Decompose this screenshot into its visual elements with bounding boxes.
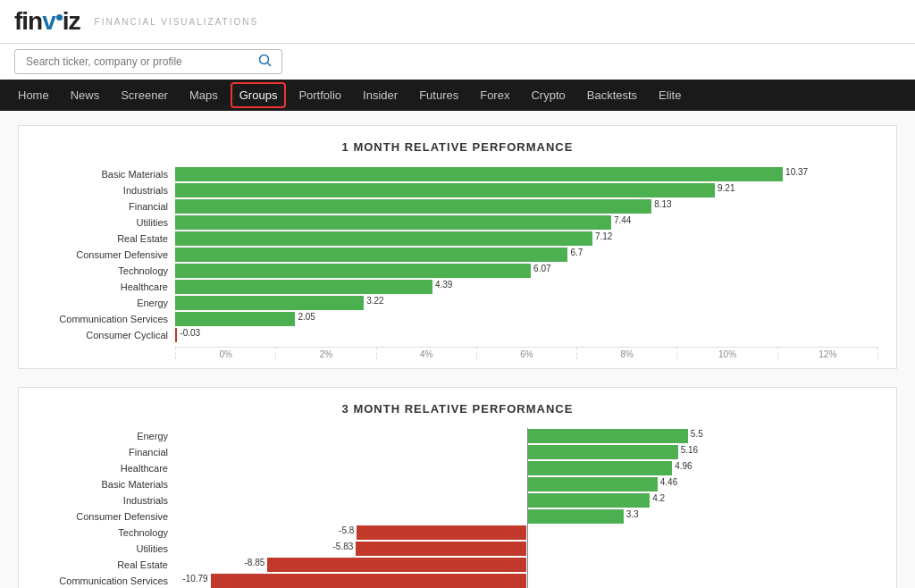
bar-row: Communication Services-10.79 — [37, 573, 878, 588]
bar-label: Utilities — [37, 217, 175, 228]
bar-value: 4.39 — [432, 280, 452, 290]
bar-row: Consumer Cyclical-0.03 — [37, 327, 878, 343]
search-button[interactable] — [258, 54, 273, 71]
nav-item-maps[interactable]: Maps — [179, 80, 229, 111]
bar-area: 5.5 — [175, 428, 878, 444]
zero-line — [527, 557, 528, 573]
bar-label: Utilities — [37, 543, 175, 554]
bar-value: 7.44 — [611, 215, 631, 225]
bar-area: 4.2 — [175, 492, 878, 508]
bar-label: Real Estate — [37, 233, 175, 244]
nav-item-screener[interactable]: Screener — [110, 80, 179, 111]
bar-label: Communication Services — [37, 575, 175, 586]
x-tick: 2% — [275, 348, 375, 359]
bar-value: 8.13 — [651, 199, 671, 209]
search-bar — [0, 44, 915, 80]
bar-area: 6.07 — [175, 263, 878, 279]
bar-label: Basic Materials — [37, 169, 175, 180]
zero-line — [527, 492, 528, 508]
bar-label: Real Estate — [37, 559, 175, 570]
logo[interactable]: finviz — [14, 7, 80, 36]
bar-label: Communication Services — [37, 314, 175, 324]
bar-row: Real Estate-8.85 — [37, 557, 878, 573]
bar-area: 3.3 — [175, 508, 878, 525]
nav-item-forex[interactable]: Forex — [469, 80, 520, 111]
bar-label: Consumer Cyclical — [37, 330, 175, 340]
bar-label: Industrials — [37, 495, 175, 506]
zero-line — [527, 476, 528, 492]
bar-row: Industrials9.21 — [37, 182, 878, 198]
nav-item-groups[interactable]: Groups — [229, 80, 289, 111]
chart1-body: Basic Materials10.37Industrials9.21Finan… — [37, 166, 878, 343]
bar-area: 4.39 — [175, 279, 878, 295]
svg-point-0 — [260, 55, 269, 64]
zero-line — [527, 541, 528, 557]
bar-value: 5.16 — [678, 445, 698, 455]
header: finviz FINANCIAL VISUALIZATIONS — [0, 0, 915, 44]
bar-area: -5.83 — [175, 541, 878, 557]
bar-label: Industrials — [37, 185, 175, 196]
logo-dot — [56, 14, 63, 21]
nav-item-elite[interactable]: Elite — [648, 80, 692, 111]
bar-label: Consumer Defensive — [37, 511, 175, 522]
bar-area: 4.96 — [175, 460, 878, 476]
search-input[interactable] — [14, 49, 282, 74]
bar-row: Technology-5.8 — [37, 525, 878, 541]
x-tick: 0% — [175, 348, 275, 359]
chart2-body: Energy5.5Financial5.16Healthcare4.96Basi… — [37, 428, 878, 588]
bar-label: Healthcare — [37, 463, 175, 474]
bar-row: Energy3.22 — [37, 295, 878, 311]
svg-line-1 — [268, 63, 272, 67]
bar-row: Financial5.16 — [37, 444, 878, 460]
nav-item-portfolio[interactable]: Portfolio — [288, 80, 352, 111]
nav-item-home[interactable]: Home — [7, 80, 60, 111]
nav-item-news[interactable]: News — [60, 80, 111, 111]
chart1-xaxis: 0%2%4%6%8%10%12% — [175, 347, 878, 359]
bar-area: 10.37 — [175, 166, 878, 182]
bar-label: Technology — [37, 265, 175, 276]
tagline: FINANCIAL VISUALIZATIONS — [95, 17, 259, 27]
bar-value: 4.96 — [672, 461, 692, 471]
bar-label: Technology — [37, 527, 175, 538]
bar-area: 3.22 — [175, 295, 878, 311]
bar-label: Consumer Defensive — [37, 249, 175, 260]
bar-area: 9.21 — [175, 182, 878, 198]
bar-area: 8.13 — [175, 198, 878, 214]
bar-value: -8.85 — [245, 558, 268, 567]
bar-area: 4.46 — [175, 476, 878, 492]
bar-value: 7.12 — [592, 231, 612, 241]
bar-area: 6.7 — [175, 247, 878, 263]
x-tick: 8% — [576, 348, 676, 359]
bar-row: Real Estate7.12 — [37, 231, 878, 247]
bar-value: -0.03 — [177, 328, 200, 338]
bar-label: Financial — [37, 201, 175, 212]
bar-area: 2.05 — [175, 311, 878, 327]
nav-item-insider[interactable]: Insider — [352, 80, 408, 111]
chart1-title: 1 MONTH RELATIVE PERFORMANCE — [37, 140, 878, 154]
x-tick: 10% — [676, 348, 776, 359]
bar-row: Utilities7.44 — [37, 214, 878, 231]
bar-row: Financial8.13 — [37, 198, 878, 214]
bar-label: Healthcare — [37, 281, 175, 292]
bar-area: -0.03 — [175, 327, 878, 343]
x-tick: 4% — [376, 348, 476, 359]
zero-line — [527, 573, 528, 588]
bar-value: 5.5 — [688, 429, 703, 439]
nav-item-futures[interactable]: Futures — [408, 80, 469, 111]
bar-value: -5.83 — [333, 542, 357, 551]
bar-label: Energy — [37, 298, 175, 308]
nav: Home News Screener Maps Groups Portfolio… — [0, 80, 915, 111]
bar-value: -5.8 — [339, 525, 357, 535]
nav-item-crypto[interactable]: Crypto — [520, 80, 575, 111]
bar-value: 3.22 — [364, 296, 383, 306]
bar-label: Basic Materials — [37, 479, 175, 490]
main-content: 1 MONTH RELATIVE PERFORMANCE Basic Mater… — [0, 111, 915, 588]
bar-area: 7.44 — [175, 214, 878, 231]
bar-value: 2.05 — [295, 312, 315, 322]
bar-value: 3.3 — [624, 509, 639, 519]
zero-line — [527, 428, 528, 444]
bar-row: Healthcare4.96 — [37, 460, 878, 476]
bar-row: Utilities-5.83 — [37, 541, 878, 557]
nav-item-backtests[interactable]: Backtests — [576, 80, 648, 111]
chart2-section: 3 MONTH RELATIVE PERFORMANCE Energy5.5Fi… — [18, 387, 897, 588]
